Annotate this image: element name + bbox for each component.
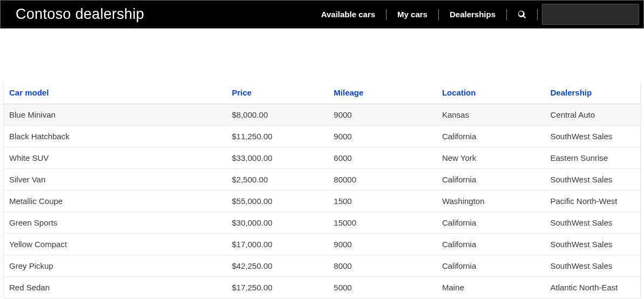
cell-dealership: Atlantic North-East — [545, 277, 640, 298]
col-header-model[interactable]: Car model — [4, 83, 227, 104]
cell-price: $42,250.00 — [227, 255, 329, 277]
cell-mileage: 9000 — [328, 234, 437, 255]
nav-dealerships[interactable]: Dealerships — [439, 9, 506, 20]
col-header-mileage[interactable]: Mileage — [328, 83, 437, 104]
col-header-dealership[interactable]: Dealership — [545, 83, 640, 104]
nav-divider — [537, 9, 538, 20]
cell-location: California — [437, 169, 545, 191]
main-content: Car model Price Mileage Location Dealers… — [3, 29, 641, 298]
cell-model: Metallic Coupe — [4, 191, 227, 212]
cell-dealership: SouthWest Sales — [545, 212, 640, 234]
cell-price: $55,000.00 — [227, 191, 329, 212]
col-header-price[interactable]: Price — [227, 83, 329, 104]
table-row[interactable]: Green Sports$30,000.0015000CaliforniaSou… — [4, 212, 641, 234]
cell-dealership: SouthWest Sales — [545, 234, 640, 255]
site-title: Contoso dealership — [16, 6, 310, 23]
cell-price: $33,000.00 — [227, 147, 329, 169]
cell-dealership: SouthWest Sales — [545, 126, 640, 147]
table-row[interactable]: Red Sedan$17,250.005000MaineAtlantic Nor… — [4, 277, 641, 298]
cell-location: Maine — [437, 277, 545, 298]
cell-mileage: 9000 — [328, 104, 437, 126]
table-header-row: Car model Price Mileage Location Dealers… — [4, 83, 641, 104]
cell-model: Green Sports — [4, 212, 227, 234]
cell-location: California — [437, 126, 545, 147]
cell-location: Washington — [437, 191, 545, 212]
user-account-area[interactable] — [542, 4, 639, 25]
nav-my-cars[interactable]: My cars — [387, 9, 438, 20]
search-icon[interactable] — [507, 10, 537, 19]
cell-price: $2,500.00 — [227, 169, 329, 191]
cell-mileage: 8000 — [328, 255, 437, 277]
cell-model: Yellow Compact — [4, 234, 227, 255]
cell-location: Kansas — [437, 104, 545, 126]
table-row[interactable]: Blue Minivan$8,000.009000KansasCentral A… — [4, 104, 641, 126]
cell-mileage: 15000 — [328, 212, 437, 234]
cell-price: $30,000.00 — [227, 212, 329, 234]
cell-dealership: SouthWest Sales — [545, 169, 640, 191]
top-nav: Available cars My cars Dealerships — [310, 1, 643, 28]
cell-mileage: 6000 — [328, 147, 437, 169]
table-row[interactable]: Grey Pickup$42,250.008000CaliforniaSouth… — [4, 255, 641, 277]
cell-model: Blue Minivan — [4, 104, 227, 126]
nav-available-cars[interactable]: Available cars — [310, 9, 386, 20]
cell-model: Grey Pickup — [4, 255, 227, 277]
cell-dealership: SouthWest Sales — [545, 255, 640, 277]
cell-mileage: 80000 — [328, 169, 437, 191]
cell-location: California — [437, 212, 545, 234]
cell-price: $17,000.00 — [227, 234, 329, 255]
cell-model: Red Sedan — [4, 277, 227, 298]
table-row[interactable]: Black Hatchback$11,250.009000CaliforniaS… — [4, 126, 641, 147]
cell-location: California — [437, 234, 545, 255]
cars-table: Car model Price Mileage Location Dealers… — [3, 83, 641, 298]
cell-price: $8,000.00 — [227, 104, 329, 126]
site-header: Contoso dealership Available cars My car… — [0, 0, 644, 29]
table-row[interactable]: Yellow Compact$17,000.009000CaliforniaSo… — [4, 234, 641, 255]
cell-price: $17,250.00 — [227, 277, 329, 298]
cell-mileage: 5000 — [328, 277, 437, 298]
cell-mileage: 9000 — [328, 126, 437, 147]
cell-dealership: Pacific North-West — [545, 191, 640, 212]
table-row[interactable]: Silver Van$2,500.0080000CaliforniaSouthW… — [4, 169, 641, 191]
cell-dealership: Central Auto — [545, 104, 640, 126]
cell-model: Silver Van — [4, 169, 227, 191]
cell-dealership: Eastern Sunrise — [545, 147, 640, 169]
cell-mileage: 1500 — [328, 191, 437, 212]
col-header-location[interactable]: Location — [437, 83, 545, 104]
cell-location: New York — [437, 147, 545, 169]
table-row[interactable]: Metallic Coupe$55,000.001500WashingtonPa… — [4, 191, 641, 212]
cell-model: White SUV — [4, 147, 227, 169]
table-row[interactable]: White SUV$33,000.006000New YorkEastern S… — [4, 147, 641, 169]
cell-location: California — [437, 255, 545, 277]
cell-model: Black Hatchback — [4, 126, 227, 147]
cell-price: $11,250.00 — [227, 126, 329, 147]
